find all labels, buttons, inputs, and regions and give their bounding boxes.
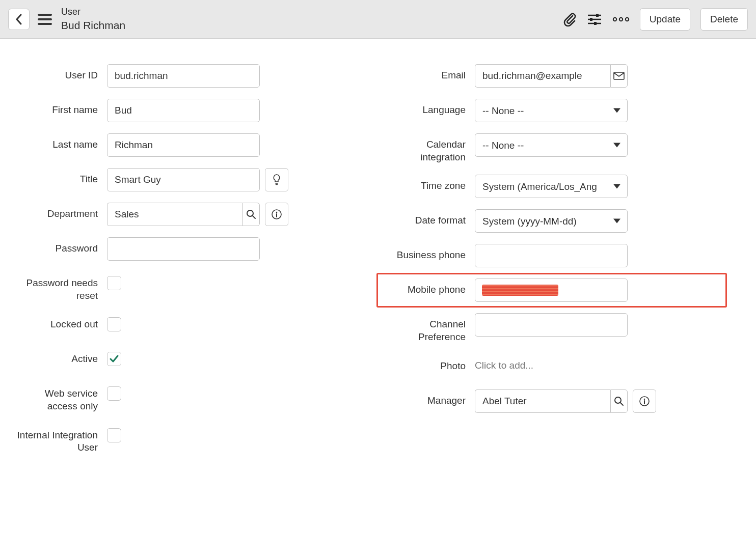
timezone-select[interactable]: System (America/Los_Ang [475,175,628,198]
svg-rect-3 [590,18,592,21]
manager-lookup-button[interactable] [610,389,628,413]
locked-out-checkbox[interactable] [107,317,121,331]
password-label: Password [15,237,107,255]
department-field[interactable] [107,203,242,226]
title-field[interactable] [107,168,260,191]
search-icon [614,396,624,406]
channel-pref-field[interactable] [475,313,628,337]
internal-integration-label: Internal Integration User [15,424,107,454]
lightbulb-icon [272,174,281,186]
left-column: User ID First name Last name Title [15,64,353,465]
settings-sliders-icon[interactable] [587,12,602,26]
svg-rect-1 [596,14,599,17]
record-name: Bud Richman [61,18,125,32]
svg-point-15 [615,397,621,403]
password-field[interactable] [107,237,260,261]
date-format-select[interactable]: System (yyyy-MM-dd) [475,209,628,233]
photo-label: Photo [383,355,475,373]
email-field[interactable] [475,64,610,88]
mobile-phone-highlight: Mobile phone [376,273,727,308]
more-actions-icon[interactable] [612,17,630,22]
check-icon [109,354,119,364]
active-checkbox[interactable] [107,352,121,366]
department-lookup-button[interactable] [242,203,260,226]
title-suggestion-button[interactable] [265,168,288,191]
password-reset-checkbox[interactable] [107,276,121,290]
menu-icon[interactable] [36,12,54,27]
svg-point-7 [619,17,623,20]
update-button[interactable]: Update [640,8,690,31]
internal-integration-checkbox[interactable] [107,428,121,442]
form-header: User Bud Richman Update Delete [0,0,756,39]
svg-line-16 [620,403,623,405]
department-label: Department [15,203,107,220]
svg-rect-14 [614,72,624,79]
svg-point-18 [644,398,645,400]
language-label: Language [383,99,475,117]
header-title: User Bud Richman [61,6,125,32]
right-column: Email Language -- None -- [383,64,720,465]
form-body: User ID First name Last name Title [0,39,756,486]
svg-point-12 [276,212,278,213]
web-service-checkbox[interactable] [107,386,121,401]
business-phone-field[interactable] [475,244,628,267]
delete-button[interactable]: Delete [700,8,748,31]
chevron-left-icon [15,14,23,25]
info-icon [271,209,282,220]
svg-point-6 [613,17,616,20]
search-icon [246,209,256,219]
business-phone-label: Business phone [383,244,475,262]
timezone-label: Time zone [383,175,475,192]
info-icon [639,396,650,407]
svg-point-9 [247,210,253,216]
manager-field[interactable] [475,389,610,413]
svg-line-10 [253,216,255,218]
last-name-label: Last name [15,133,107,151]
date-format-label: Date format [383,209,475,227]
envelope-icon [613,72,625,80]
locked-out-label: Locked out [15,313,107,331]
email-send-button[interactable] [610,64,628,88]
department-info-button[interactable] [265,203,288,226]
calendar-select[interactable]: -- None -- [475,133,628,157]
back-button[interactable] [8,9,30,30]
mobile-phone-label: Mobile phone [383,278,475,296]
svg-rect-5 [594,22,597,25]
calendar-label: Calendar integration [383,133,475,163]
record-type-label: User [61,6,125,18]
language-select[interactable]: -- None -- [475,99,628,122]
first-name-field[interactable] [107,99,260,122]
last-name-field[interactable] [107,133,260,157]
title-label: Title [15,168,107,186]
web-service-label: Web service access only [15,382,107,412]
svg-point-8 [626,17,629,20]
email-label: Email [383,64,475,82]
user-id-field[interactable] [107,64,260,88]
attachment-icon[interactable] [562,12,577,27]
manager-label: Manager [383,389,475,407]
redacted-value [482,285,558,296]
photo-add-link[interactable]: Click to add... [475,355,533,371]
first-name-label: First name [15,99,107,117]
channel-pref-label: Channel Preference [383,313,475,343]
user-id-label: User ID [15,64,107,82]
manager-info-button[interactable] [633,389,656,413]
password-reset-label: Password needs reset [15,272,107,302]
active-label: Active [15,348,107,366]
